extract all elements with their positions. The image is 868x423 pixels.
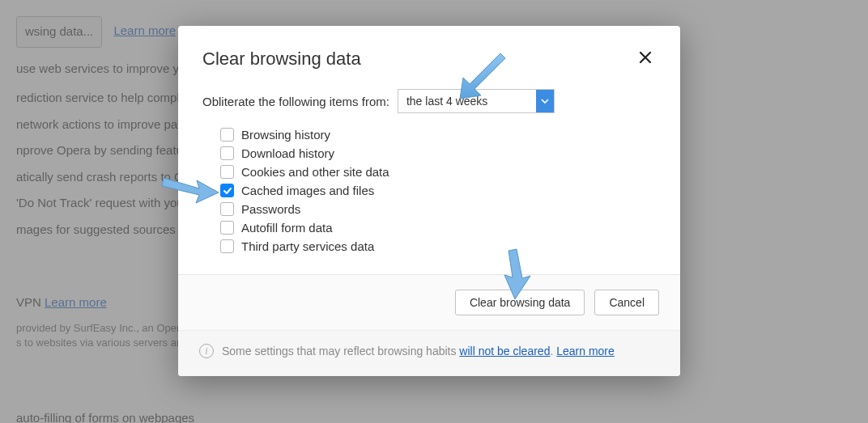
checkbox-icon[interactable] [220,128,234,142]
annotation-arrow [450,49,515,105]
info-icon: i [199,344,214,358]
will-not-be-cleared-link[interactable]: will not be cleared [459,345,550,357]
notice-prefix: Some settings that may reflect browsing … [222,345,459,357]
checkbox-label: Cookies and other site data [241,165,389,179]
clear-browsing-data-dialog: Clear browsing data Obliterate the follo… [178,26,680,376]
checkbox-row[interactable]: Autofill form data [220,221,656,235]
checkbox-label: Download history [241,146,334,160]
checkbox-row[interactable]: Browsing history [220,128,656,142]
obliterate-label: Obliterate the following items from: [202,95,389,108]
checkbox-icon[interactable] [220,221,234,235]
checkbox-row[interactable]: Third party services data [220,239,656,253]
checkbox-label: Cached images and files [241,184,374,197]
chevron-down-icon [536,90,554,112]
notice-text: Some settings that may reflect browsing … [222,345,615,357]
checkbox-label: Browsing history [241,128,330,142]
cancel-button[interactable]: Cancel [594,290,659,315]
checkbox-label: Autofill form data [241,221,333,235]
close-icon [638,50,653,68]
checkbox-row[interactable]: Cookies and other site data [220,165,656,179]
annotation-arrow [159,167,223,210]
checkbox-icon[interactable] [220,146,234,160]
dialog-title: Clear browsing data [202,49,361,70]
checkbox-label: Passwords [241,202,300,216]
checkbox-row[interactable]: Download history [220,146,656,160]
notice-learn-more-link[interactable]: Learn more [556,345,615,357]
checkbox-row[interactable]: Cached images and files [220,184,656,197]
annotation-arrow [497,246,538,304]
checkbox-label: Third party services data [241,239,374,253]
checkbox-icon[interactable] [220,239,234,253]
close-button[interactable] [635,49,656,69]
checkbox-row[interactable]: Passwords [220,202,656,216]
